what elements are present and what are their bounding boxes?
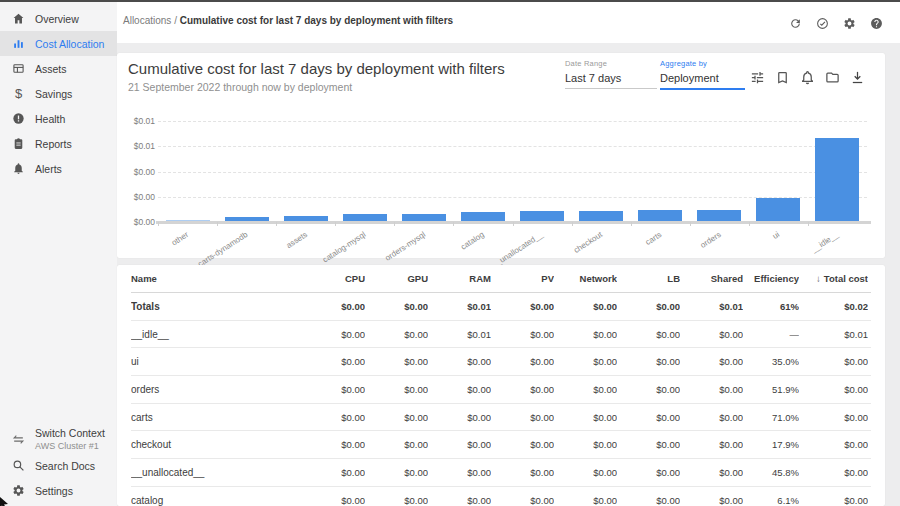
x-axis-label: orders xyxy=(698,230,722,250)
sidebar-item-overview[interactable]: Overview xyxy=(0,6,117,31)
health-icon xyxy=(12,112,25,125)
column-header-ram[interactable]: RAM xyxy=(428,273,491,284)
cell-value: $0.00 xyxy=(617,384,680,395)
column-header-pv[interactable]: PV xyxy=(491,273,554,284)
cell-value: $0.00 xyxy=(799,356,868,367)
cell-value: $0.00 xyxy=(428,412,491,423)
help-icon[interactable] xyxy=(870,17,883,30)
settings-label: Settings xyxy=(35,485,73,497)
cell-value: $0.00 xyxy=(365,301,428,312)
aggregate-by-label: Aggregate by xyxy=(660,59,745,68)
bookmark-icon[interactable] xyxy=(775,70,790,85)
cell-value: $0.00 xyxy=(302,439,365,450)
cell-value: $0.00 xyxy=(617,495,680,506)
aggregate-by-select[interactable]: Aggregate by Deployment xyxy=(660,59,745,90)
column-header-shared[interactable]: Shared xyxy=(680,273,743,284)
bar-ui[interactable] xyxy=(756,198,800,221)
bar-other[interactable] xyxy=(166,220,210,221)
date-range-label: Date Range xyxy=(565,59,657,68)
x-axis-label: __unallocated__ xyxy=(491,230,545,270)
home-icon xyxy=(12,12,25,25)
allocation-table-card: Name CPU GPU RAM PV Network LB Shared Ef… xyxy=(117,265,885,506)
bell-icon[interactable] xyxy=(800,70,815,85)
sidebar-item-alerts[interactable]: Alerts xyxy=(0,156,117,181)
bar-checkout[interactable] xyxy=(579,211,623,221)
bar-chart-icon xyxy=(12,37,25,50)
cell-value: $0.00 xyxy=(680,356,743,367)
cell-value: $0.00 xyxy=(491,356,554,367)
cell-value: $0.00 xyxy=(302,329,365,340)
cell-value: $0.00 xyxy=(302,356,365,367)
column-header-cpu[interactable]: CPU xyxy=(302,273,365,284)
settings-button[interactable]: Settings xyxy=(0,478,117,503)
chart-x-axis-line xyxy=(156,221,871,224)
bar-orders[interactable] xyxy=(697,210,741,221)
refresh-icon[interactable] xyxy=(789,17,802,30)
table-row-totals[interactable]: Totals$0.00$0.00$0.01$0.00$0.00$0.00$0.0… xyxy=(131,293,871,321)
cell-value: $0.00 xyxy=(617,356,680,367)
cell-value: $0.00 xyxy=(491,301,554,312)
table-row-__unallocated__[interactable]: __unallocated__$0.00$0.00$0.00$0.00$0.00… xyxy=(131,459,871,487)
bar-catalog[interactable] xyxy=(461,212,505,221)
table-row-carts[interactable]: carts$0.00$0.00$0.00$0.00$0.00$0.00$0.00… xyxy=(131,404,871,432)
bar-assets[interactable] xyxy=(284,216,328,221)
cell-value: $0.00 xyxy=(365,467,428,478)
alerts-bell-icon xyxy=(12,162,25,175)
table-row-ui[interactable]: ui$0.00$0.00$0.00$0.00$0.00$0.00$0.0035.… xyxy=(131,348,871,376)
x-axis-label: checkout xyxy=(572,230,604,255)
bar-carts-dynamodb[interactable] xyxy=(225,217,269,221)
cell-value: $0.00 xyxy=(302,412,365,423)
bar-orders-mysql[interactable] xyxy=(402,214,446,221)
download-icon[interactable] xyxy=(850,70,865,85)
bar-__unallocated__[interactable] xyxy=(520,211,564,221)
bar-catalog-mysql[interactable] xyxy=(343,214,387,221)
gear-icon xyxy=(12,484,25,497)
column-header-name[interactable]: Name xyxy=(131,273,302,284)
cell-value: $0.00 xyxy=(491,412,554,423)
date-range-select[interactable]: Date Range Last 7 days xyxy=(565,59,657,89)
table-row-catalog[interactable]: catalog$0.00$0.00$0.00$0.00$0.00$0.00$0.… xyxy=(131,487,871,506)
date-range-value[interactable]: Last 7 days xyxy=(565,68,657,89)
cell-value: $0.00 xyxy=(799,495,868,506)
column-header-gpu[interactable]: GPU xyxy=(365,273,428,284)
x-axis-label: assets xyxy=(284,230,308,250)
table-header-row: Name CPU GPU RAM PV Network LB Shared Ef… xyxy=(131,265,871,293)
column-header-total-cost[interactable]: ↓Total cost xyxy=(799,273,868,284)
switch-context-button[interactable]: Switch Context AWS Cluster #1 xyxy=(0,425,117,453)
column-header-lb[interactable]: LB xyxy=(617,273,680,284)
chart-y-axis: $0.01$0.01$0.00$0.00$0.00 xyxy=(117,113,155,233)
sidebar-item-label: Savings xyxy=(35,88,72,100)
table-row-checkout[interactable]: checkout$0.00$0.00$0.00$0.00$0.00$0.00$0… xyxy=(131,431,871,459)
column-header-efficiency[interactable]: Efficiency xyxy=(743,273,799,284)
check-circle-icon[interactable] xyxy=(816,17,829,30)
cell-value: $0.00 xyxy=(491,329,554,340)
bar-carts[interactable] xyxy=(638,210,682,221)
cell-name: __idle__ xyxy=(131,329,302,340)
sidebar-item-health[interactable]: Health xyxy=(0,106,117,131)
table-row-__idle__[interactable]: __idle__$0.00$0.00$0.01$0.00$0.00$0.00$0… xyxy=(131,321,871,349)
cell-value: 6.1% xyxy=(743,495,799,506)
table-row-orders[interactable]: orders$0.00$0.00$0.00$0.00$0.00$0.00$0.0… xyxy=(131,376,871,404)
cell-value: $0.00 xyxy=(428,467,491,478)
gear-icon[interactable] xyxy=(843,17,856,30)
search-docs-button[interactable]: Search Docs xyxy=(0,453,117,478)
sidebar-item-savings[interactable]: $ Savings xyxy=(0,81,117,106)
search-icon xyxy=(12,459,25,472)
sidebar-item-reports[interactable]: Reports xyxy=(0,131,117,156)
tune-icon[interactable] xyxy=(750,70,765,85)
cell-value: $0.00 xyxy=(617,467,680,478)
folder-icon[interactable] xyxy=(825,70,840,85)
cell-value: $0.00 xyxy=(365,495,428,506)
cell-value: $0.00 xyxy=(799,412,868,423)
sidebar-item-cost-allocation[interactable]: Cost Allocation xyxy=(0,31,117,56)
sidebar-item-assets[interactable]: Assets xyxy=(0,56,117,81)
cell-value: $0.00 xyxy=(680,467,743,478)
cell-name: catalog xyxy=(131,495,302,506)
column-header-network[interactable]: Network xyxy=(554,273,617,284)
breadcrumb-allocations-link[interactable]: Allocations xyxy=(123,15,171,26)
breadcrumb: Allocations / Cumulative cost for last 7… xyxy=(123,15,453,26)
aggregate-by-value[interactable]: Deployment xyxy=(660,68,745,90)
cell-value: $0.00 xyxy=(799,467,868,478)
bar-__idle__[interactable] xyxy=(815,138,859,221)
cell-value: $0.00 xyxy=(554,356,617,367)
